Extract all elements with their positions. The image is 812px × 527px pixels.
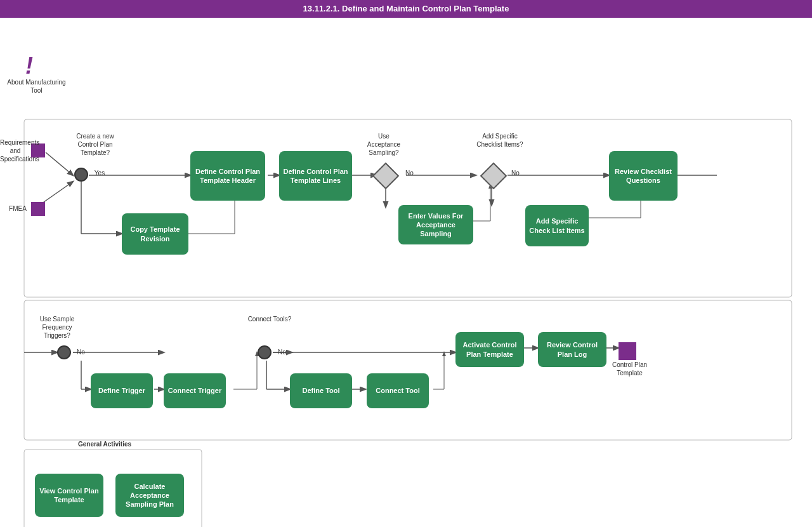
no-label3: No xyxy=(73,348,89,356)
add-checklist-box[interactable]: Add Specific Check List Items xyxy=(525,205,589,246)
yes-label: Yes xyxy=(90,169,109,177)
page-title: 13.11.2.1. Define and Maintain Control P… xyxy=(0,0,812,18)
define-tool-box[interactable]: Define Tool xyxy=(290,373,352,408)
general-activities-label: General Activities xyxy=(76,440,133,448)
exclaim-icon: ! xyxy=(25,53,33,79)
acceptance-question-label: Use Acceptance Sampling? xyxy=(362,132,406,157)
connect-tools-decision xyxy=(258,345,272,359)
svg-line-3 xyxy=(46,152,73,175)
about-manufacturing-label: About Manufacturing Tool xyxy=(6,78,67,95)
frequency-question-label: Use Sample Frequency Triggers? xyxy=(32,315,82,340)
fmea-icon xyxy=(31,202,45,216)
no-label4: No xyxy=(274,348,290,356)
calculate-sampling-box[interactable]: Calculate Acceptance Sampling Plan xyxy=(115,474,184,517)
svg-rect-1 xyxy=(24,300,792,440)
no-label2: No xyxy=(508,169,523,177)
copy-template-box[interactable]: Copy Template Revision xyxy=(122,213,188,255)
view-control-plan-box[interactable]: View Control Plan Template xyxy=(35,474,103,517)
requirements-label: Requirements and Specifications xyxy=(0,138,30,163)
checklist-question-label: Add Specific Checklist Items? xyxy=(475,132,525,149)
activate-box[interactable]: Activate Control Plan Template xyxy=(455,332,524,367)
acceptance-decision xyxy=(372,163,399,189)
diagram-arrows xyxy=(0,18,812,527)
enter-values-box[interactable]: Enter Values For Acceptance Sampling xyxy=(398,205,473,244)
no-label1: No xyxy=(402,169,417,177)
connect-tool-box[interactable]: Connect Tool xyxy=(367,373,429,408)
define-trigger-box[interactable]: Define Trigger xyxy=(91,373,153,408)
control-plan-icon xyxy=(619,342,636,360)
control-plan-label: Control Plan Template xyxy=(609,361,650,377)
review-checklist-box[interactable]: Review Checklist Questions xyxy=(609,151,678,201)
define-lines-box[interactable]: Define Control Plan Template Lines xyxy=(279,151,352,201)
fmea-label: FMEA xyxy=(5,204,30,213)
create-question-label: Create a new Control Plan Template? xyxy=(70,132,121,157)
create-decision xyxy=(74,168,88,182)
connect-trigger-box[interactable]: Connect Trigger xyxy=(164,373,226,408)
connect-tools-question-label: Connect Tools? xyxy=(247,315,292,323)
define-header-box[interactable]: Define Control Plan Template Header xyxy=(190,151,265,201)
review-log-box[interactable]: Review Control Plan Log xyxy=(538,332,606,367)
checklist-decision xyxy=(480,163,507,189)
frequency-decision xyxy=(57,345,71,359)
